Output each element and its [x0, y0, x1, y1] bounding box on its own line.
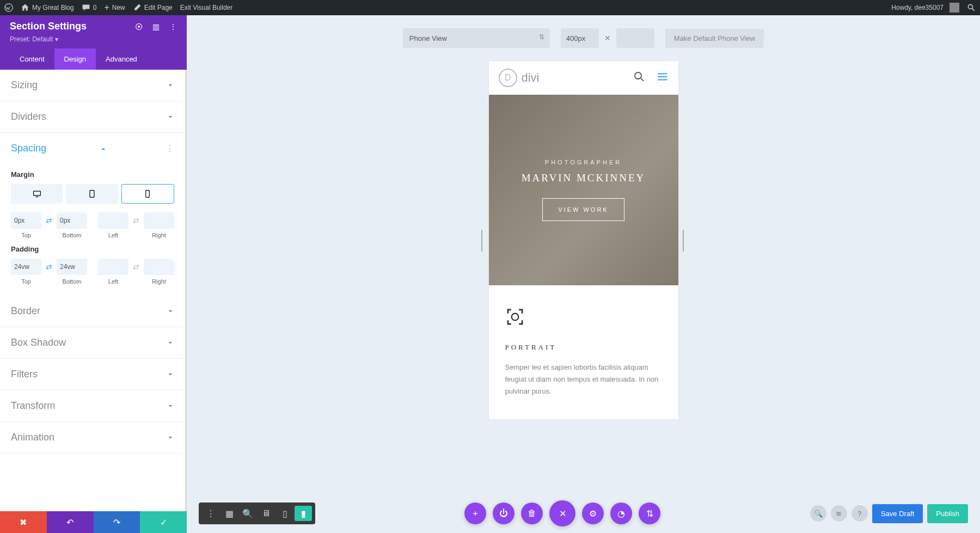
new-link[interactable]: +New — [104, 3, 125, 13]
wp-logo-icon[interactable] — [4, 3, 13, 12]
svg-point-1 — [968, 4, 972, 9]
site-link[interactable]: My Great Blog — [21, 3, 74, 12]
wp-admin-bar: My Great Blog 0 +New Edit Page Exit Visu… — [0, 0, 980, 15]
howdy-user[interactable]: Howdy, dee35007 — [891, 3, 959, 13]
search-icon[interactable] — [967, 3, 976, 12]
edit-page-link[interactable]: Edit Page — [133, 3, 173, 12]
comments-link[interactable]: 0 — [82, 3, 97, 12]
exit-builder-link[interactable]: Exit Visual Builder — [180, 4, 233, 11]
